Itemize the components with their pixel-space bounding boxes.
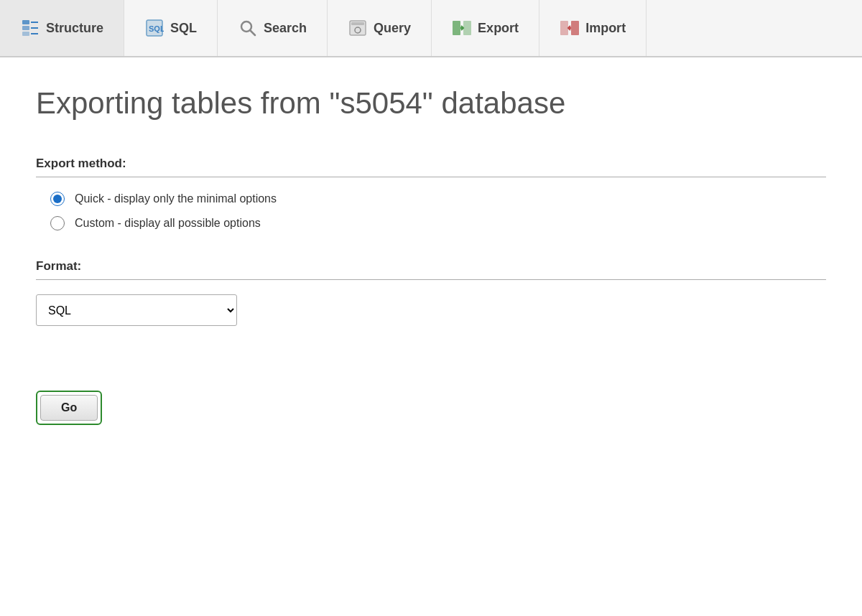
tab-sql-label: SQL: [170, 21, 197, 36]
tab-query-label: Query: [374, 21, 411, 36]
tab-structure[interactable]: Structure: [0, 0, 124, 56]
radio-quick[interactable]: [50, 192, 65, 206]
tab-sql[interactable]: SQL SQL: [124, 0, 218, 56]
svg-rect-17: [560, 21, 568, 35]
tab-search-label: Search: [264, 21, 307, 36]
tab-import[interactable]: Import: [539, 0, 646, 56]
structure-icon: [20, 18, 40, 38]
radio-option-custom[interactable]: Custom - display all possible options: [50, 216, 826, 230]
format-select[interactable]: SQL CSV JSON XML: [36, 294, 237, 326]
import-icon: [560, 18, 580, 38]
radio-option-quick[interactable]: Quick - display only the minimal options: [50, 192, 826, 206]
svg-rect-12: [351, 22, 364, 25]
tab-import-label: Import: [585, 21, 626, 36]
format-label: Format:: [36, 259, 826, 280]
export-method-section: Export method: Quick - display only the …: [36, 157, 826, 230]
tab-export-label: Export: [478, 21, 519, 36]
svg-rect-18: [571, 21, 579, 35]
export-icon: [452, 18, 472, 38]
tab-query[interactable]: Query: [328, 0, 432, 56]
export-method-radio-group: Quick - display only the minimal options…: [36, 192, 826, 230]
svg-rect-15: [463, 21, 471, 35]
tab-export[interactable]: Export: [432, 0, 539, 56]
go-button-wrapper: Go: [36, 391, 102, 425]
radio-quick-label: Quick - display only the minimal options: [75, 192, 277, 205]
search-icon: [238, 18, 258, 38]
tab-structure-label: Structure: [46, 21, 103, 36]
go-button[interactable]: Go: [40, 395, 98, 421]
svg-line-10: [251, 31, 256, 36]
svg-rect-14: [453, 21, 460, 35]
radio-custom-label: Custom - display all possible options: [75, 217, 261, 230]
svg-rect-1: [22, 26, 29, 30]
radio-custom[interactable]: [50, 216, 65, 230]
sql-icon: SQL: [144, 18, 164, 38]
svg-rect-2: [22, 32, 29, 36]
page-title: Exporting tables from "s5054" database: [36, 86, 826, 121]
svg-rect-0: [22, 20, 29, 24]
query-icon: [348, 18, 368, 38]
format-section: Format: SQL CSV JSON XML: [36, 259, 826, 326]
main-content: Exporting tables from "s5054" database E…: [0, 57, 862, 454]
export-method-label: Export method:: [36, 157, 826, 177]
tab-bar: Structure SQL SQL Search: [0, 0, 862, 57]
svg-text:SQL: SQL: [149, 24, 164, 33]
tab-search[interactable]: Search: [218, 0, 328, 56]
